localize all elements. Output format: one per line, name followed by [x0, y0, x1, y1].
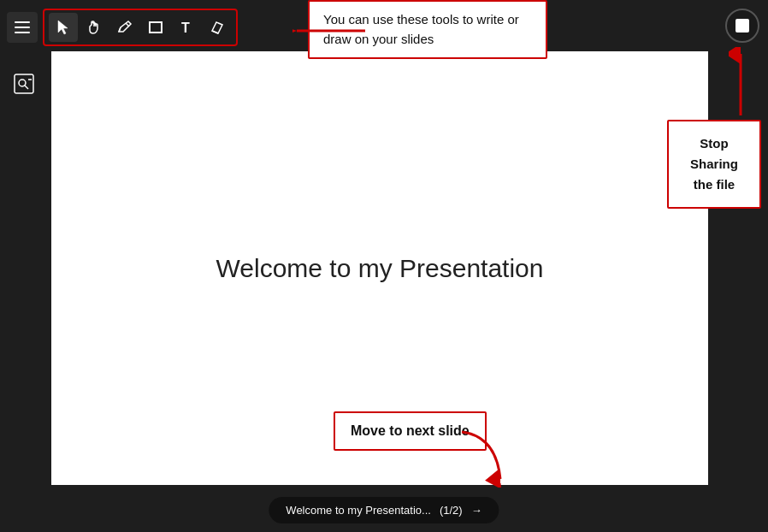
- arrow-to-next: [453, 428, 513, 491]
- svg-rect-4: [15, 74, 33, 93]
- status-bar[interactable]: Welcome to my Presentatio... (1/2) →: [269, 497, 499, 523]
- status-text: Welcome to my Presentatio...: [286, 504, 431, 517]
- sidebar-search-icon[interactable]: [9, 68, 41, 101]
- svg-rect-0: [150, 22, 162, 33]
- svg-line-6: [25, 86, 28, 89]
- drawing-tools-group: T: [43, 9, 238, 46]
- text-tool-button[interactable]: T: [172, 13, 201, 42]
- toolbar: T: [7, 9, 238, 46]
- svg-point-5: [19, 80, 26, 86]
- stop-sharing-callout: Stop Sharing the file: [667, 120, 761, 209]
- next-arrow-icon[interactable]: →: [471, 504, 482, 517]
- menu-button[interactable]: [7, 12, 38, 43]
- slide-title: Welcome to my Presentation: [216, 254, 544, 283]
- stop-icon: [736, 19, 749, 33]
- svg-text:T: T: [181, 21, 190, 35]
- select-tool-button[interactable]: [49, 13, 78, 42]
- pen-tool-button[interactable]: [110, 13, 139, 42]
- hand-tool-button[interactable]: [80, 13, 109, 42]
- eraser-tool-button[interactable]: [203, 13, 232, 42]
- arrow-to-stop: [729, 47, 753, 123]
- shape-tool-button[interactable]: [141, 13, 170, 42]
- arrow-to-toolbar: [292, 19, 369, 46]
- page-indicator: (1/2): [440, 504, 463, 517]
- stop-button[interactable]: [725, 9, 759, 43]
